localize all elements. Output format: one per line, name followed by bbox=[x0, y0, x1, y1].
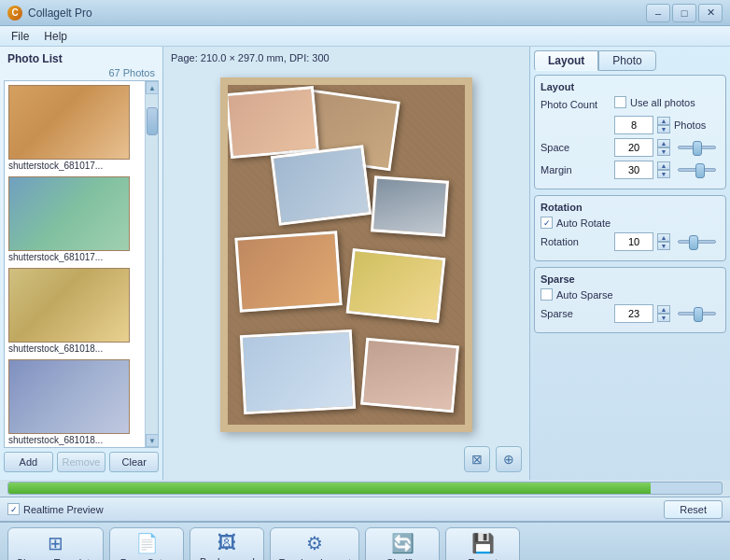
auto-rotate-row: Auto Rotate bbox=[540, 217, 720, 229]
use-all-row: Use all photos bbox=[614, 96, 695, 108]
spin-up[interactable]: ▲ bbox=[657, 117, 670, 125]
page-setup-label: Page Setup bbox=[120, 557, 175, 561]
rotation-spinner: ▲ ▼ bbox=[657, 233, 670, 250]
scroll-down[interactable]: ▼ bbox=[146, 434, 159, 447]
photo-list-container: shutterstock_681017... shutterstock_6810… bbox=[4, 80, 159, 448]
auto-rotate-checkbox[interactable] bbox=[540, 217, 553, 229]
titlebar: C Collagelt Pro – □ ✕ bbox=[0, 0, 730, 26]
rotation-row: Rotation ▲ ▼ bbox=[540, 232, 720, 251]
sparse-spin-down[interactable]: ▼ bbox=[657, 314, 670, 322]
background-icon: 🖼 bbox=[218, 532, 236, 553]
export-icon: 💾 bbox=[471, 532, 495, 554]
realtime-checkbox[interactable] bbox=[7, 503, 20, 515]
background-button[interactable]: 🖼 Background bbox=[190, 527, 264, 560]
scroll-up[interactable]: ▲ bbox=[146, 81, 159, 94]
choose-template-icon: ⊞ bbox=[48, 532, 63, 554]
photo-count-row: Photo Count Use all photos bbox=[540, 96, 720, 112]
sparse-slider-thumb[interactable] bbox=[694, 307, 703, 322]
collage-photo[interactable] bbox=[346, 248, 446, 323]
layout-section: Layout Photo Count Use all photos ▲ ▼ Ph… bbox=[534, 75, 726, 189]
sparse-spin-up[interactable]: ▲ bbox=[657, 305, 670, 314]
random-layout-icon: ⚙ bbox=[306, 532, 323, 554]
menu-help[interactable]: Help bbox=[36, 28, 75, 45]
margin-spin-up[interactable]: ▲ bbox=[657, 161, 670, 170]
space-slider-thumb[interactable] bbox=[693, 141, 702, 156]
collage-photo[interactable] bbox=[371, 175, 449, 236]
space-spin-up[interactable]: ▲ bbox=[657, 139, 670, 147]
auto-rotate-label: Auto Rotate bbox=[556, 217, 611, 229]
export-label: Export bbox=[468, 557, 498, 561]
space-slider[interactable] bbox=[678, 146, 716, 149]
shuffle-icon: 🔄 bbox=[391, 532, 414, 554]
margin-slider-thumb[interactable] bbox=[695, 163, 705, 178]
photo-count-label: Photo Count bbox=[540, 99, 611, 110]
random-layout-button[interactable]: ⚙ Random Layout bbox=[270, 527, 359, 560]
scroll-thumb[interactable] bbox=[147, 107, 158, 135]
bottom-controls: Realtime Preview Reset bbox=[0, 497, 730, 521]
rotation-slider-thumb[interactable] bbox=[689, 235, 698, 250]
list-item[interactable]: shutterstock_681018... bbox=[8, 268, 154, 354]
window-controls: – □ ✕ bbox=[646, 4, 723, 22]
scrollbar[interactable]: ▲ ▼ bbox=[145, 81, 158, 447]
clear-button[interactable]: Clear bbox=[109, 452, 159, 472]
auto-sparse-label: Auto Sparse bbox=[556, 289, 613, 301]
collage-photo[interactable] bbox=[360, 338, 459, 413]
menu-file[interactable]: File bbox=[4, 28, 36, 45]
canvas-toolbar: ⊠ ⊕ bbox=[171, 442, 522, 476]
close-button[interactable]: ✕ bbox=[698, 4, 723, 22]
photo-thumb bbox=[8, 268, 130, 343]
tab-photo[interactable]: Photo bbox=[598, 50, 655, 71]
photo-label: shutterstock_681018... bbox=[8, 435, 130, 445]
shuffle-button[interactable]: 🔄 Shuffle bbox=[365, 527, 440, 560]
photo-list-title: Photo List bbox=[4, 50, 159, 67]
page-setup-button[interactable]: 📄 Page Setup bbox=[109, 527, 184, 560]
bottom-toolbar: ⊞ Choose Template 📄 Page Setup 🖼 Backgro… bbox=[0, 521, 730, 560]
photo-count-spinner: ▲ ▼ bbox=[657, 117, 670, 133]
sparse-slider[interactable] bbox=[678, 312, 716, 315]
photos-unit-label: Photos bbox=[674, 119, 706, 131]
minimize-button[interactable]: – bbox=[646, 4, 670, 22]
restore-button[interactable]: □ bbox=[672, 4, 696, 22]
photo-label: shutterstock_681018... bbox=[8, 343, 130, 354]
auto-sparse-row: Auto Sparse bbox=[540, 288, 720, 301]
sparse-spinner: ▲ ▼ bbox=[657, 305, 670, 322]
list-item[interactable]: shutterstock_681017... bbox=[8, 85, 154, 171]
export-button[interactable]: 💾 Export bbox=[445, 527, 520, 560]
collage-photo[interactable] bbox=[271, 145, 372, 226]
list-item[interactable]: shutterstock_681017... bbox=[8, 176, 154, 262]
collage-photo[interactable] bbox=[234, 231, 342, 312]
auto-sparse-checkbox[interactable] bbox=[540, 288, 553, 301]
reset-button[interactable]: Reset bbox=[664, 500, 723, 519]
collage-canvas bbox=[220, 77, 472, 432]
photo-count-input[interactable] bbox=[614, 116, 653, 134]
choose-template-label: Choose Template bbox=[16, 557, 95, 561]
space-spin-down[interactable]: ▼ bbox=[657, 147, 670, 156]
spin-down[interactable]: ▼ bbox=[657, 125, 670, 133]
margin-slider[interactable] bbox=[678, 168, 716, 172]
progress-bar bbox=[7, 482, 723, 495]
rotation-spin-up[interactable]: ▲ bbox=[657, 233, 670, 242]
use-all-checkbox[interactable] bbox=[614, 96, 626, 108]
tab-layout[interactable]: Layout bbox=[534, 50, 598, 71]
margin-input[interactable] bbox=[614, 161, 653, 179]
collage-photo[interactable] bbox=[225, 86, 319, 159]
add-button[interactable]: Add bbox=[4, 452, 53, 472]
space-input[interactable] bbox=[614, 138, 653, 157]
photo-thumb bbox=[8, 85, 130, 160]
sparse-input[interactable] bbox=[614, 304, 653, 323]
rotation-input[interactable] bbox=[614, 232, 653, 251]
remove-button[interactable]: Remove bbox=[57, 452, 106, 472]
use-all-label: Use all photos bbox=[630, 97, 695, 108]
list-item[interactable]: shutterstock_681018... bbox=[8, 359, 154, 445]
canvas-tool-refresh[interactable]: ⊕ bbox=[496, 446, 522, 472]
rotation-spin-down[interactable]: ▼ bbox=[657, 242, 670, 250]
sparse-row: Sparse ▲ ▼ bbox=[540, 304, 720, 323]
collage-photo[interactable] bbox=[240, 329, 356, 414]
canvas-tool-crop[interactable]: ⊠ bbox=[464, 446, 490, 472]
margin-spinner: ▲ ▼ bbox=[657, 161, 670, 178]
rotation-slider[interactable] bbox=[678, 240, 716, 244]
margin-spin-down[interactable]: ▼ bbox=[657, 170, 670, 178]
space-label: Space bbox=[540, 142, 611, 153]
choose-template-button[interactable]: ⊞ Choose Template bbox=[7, 527, 104, 560]
photo-count-value-row: ▲ ▼ Photos bbox=[540, 116, 720, 134]
